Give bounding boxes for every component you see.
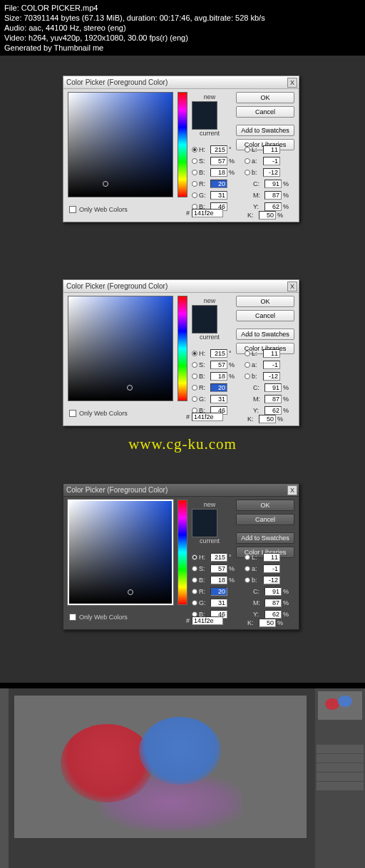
hex-input[interactable]: 141f2e [192,209,223,217]
radio-l[interactable] [245,554,250,560]
add-swatches-button[interactable]: Add to Swatches [236,329,294,340]
radio-b[interactable] [192,577,197,583]
web-colors-checkbox[interactable] [69,206,76,213]
m-input[interactable]: 87 [264,191,282,200]
g-input[interactable]: 31 [210,599,227,607]
hue-slider[interactable] [178,296,187,401]
layer-item[interactable] [317,763,364,772]
m-input[interactable]: 87 [264,395,282,403]
color-field[interactable] [68,500,173,605]
r-input[interactable]: 20 [210,180,227,188]
tools-panel[interactable] [0,688,9,868]
swatch-new[interactable] [192,510,217,523]
hue-slider[interactable] [178,500,187,605]
radio-l[interactable] [245,351,250,356]
add-swatches-button[interactable]: Add to Swatches [236,125,294,136]
radio-h[interactable] [192,554,197,560]
c-input[interactable]: 91 [264,383,282,392]
radio-r[interactable] [192,181,197,187]
lab-b-input[interactable]: -12 [263,576,280,584]
dialog-titlebar[interactable]: Color Picker (Foreground Color) X [63,280,299,293]
cancel-button[interactable]: Cancel [236,310,294,321]
radio-r[interactable] [192,589,197,594]
radio-s[interactable] [192,158,197,164]
s-input[interactable]: 57 [210,361,227,369]
radio-g[interactable] [192,192,197,198]
radio-bb2[interactable] [245,373,250,379]
lab-b-input[interactable]: -12 [263,372,280,381]
l-input[interactable]: 11 [263,553,280,562]
radio-a[interactable] [245,566,250,572]
lab-b-input[interactable]: -12 [263,168,280,177]
color-selector-ring[interactable] [127,385,133,391]
ok-button[interactable]: OK [236,296,294,307]
a-input[interactable]: -1 [263,157,280,165]
radio-a[interactable] [245,158,250,164]
c-input[interactable]: 91 [264,180,282,188]
g-input[interactable]: 31 [210,191,227,200]
r-input[interactable]: 20 [210,383,227,392]
radio-g[interactable] [192,600,197,606]
canvas[interactable] [14,696,307,838]
k-input[interactable]: 50 [259,415,276,423]
a-input[interactable]: -1 [263,564,280,573]
radio-l[interactable] [245,147,250,153]
radio-b[interactable] [192,373,197,379]
navigator-preview[interactable] [318,691,362,720]
swatch-current[interactable] [192,319,217,333]
s-input[interactable]: 57 [210,564,227,573]
color-field[interactable] [68,92,173,197]
radio-s[interactable] [192,362,197,368]
hue-slider[interactable] [178,92,187,197]
layer-item[interactable] [317,782,364,790]
ok-button[interactable]: OK [236,500,294,511]
color-selector-ring[interactable] [103,181,108,187]
a-input[interactable]: -1 [263,361,280,369]
add-swatches-button[interactable]: Add to Swatches [236,532,294,544]
color-field[interactable] [68,296,173,401]
bv-input[interactable]: 18 [210,576,227,584]
dialog-titlebar[interactable]: Color Picker (Foreground Color) X [63,484,299,497]
radio-r[interactable] [192,385,197,391]
web-colors-checkbox[interactable] [69,410,76,417]
h-input[interactable]: 215 [210,145,227,154]
radio-s[interactable] [192,566,197,572]
k-input[interactable]: 50 [259,619,276,627]
h-input[interactable]: 215 [210,349,227,358]
cancel-button[interactable]: Cancel [236,106,294,118]
bv-input[interactable]: 18 [210,168,227,177]
radio-h[interactable] [192,147,197,153]
radio-a[interactable] [245,362,250,368]
dialog-titlebar[interactable]: Color Picker (Foreground Color) X [63,76,299,89]
close-icon[interactable]: X [287,78,297,88]
radio-b[interactable] [192,170,197,175]
radio-bb2[interactable] [245,170,250,175]
swatch-new[interactable] [192,102,217,115]
radio-bb2[interactable] [245,577,250,583]
layer-item[interactable] [317,745,364,753]
cancel-button[interactable]: Cancel [236,514,294,525]
web-colors-checkbox[interactable] [69,614,76,621]
ok-button[interactable]: OK [236,92,294,103]
radio-h[interactable] [192,351,197,356]
layer-item[interactable] [317,773,364,781]
hex-input[interactable]: 141f2e [192,616,223,625]
color-selector-ring[interactable] [128,589,133,595]
close-icon[interactable]: X [287,281,297,291]
swatch-new[interactable] [192,306,217,319]
c-input[interactable]: 91 [264,587,282,596]
bv-input[interactable]: 18 [210,372,227,381]
swatch-current[interactable] [192,115,217,129]
s-input[interactable]: 57 [210,157,227,165]
layer-item[interactable] [317,754,364,763]
l-input[interactable]: 11 [263,349,280,358]
k-input[interactable]: 50 [259,211,276,219]
r-input[interactable]: 20 [210,587,227,596]
close-icon[interactable]: X [287,485,297,495]
hex-input[interactable]: 141f2e [192,413,223,421]
radio-g[interactable] [192,396,197,402]
h-input[interactable]: 215 [210,553,227,562]
swatch-current[interactable] [192,523,217,537]
m-input[interactable]: 87 [264,599,282,607]
l-input[interactable]: 11 [263,145,280,154]
